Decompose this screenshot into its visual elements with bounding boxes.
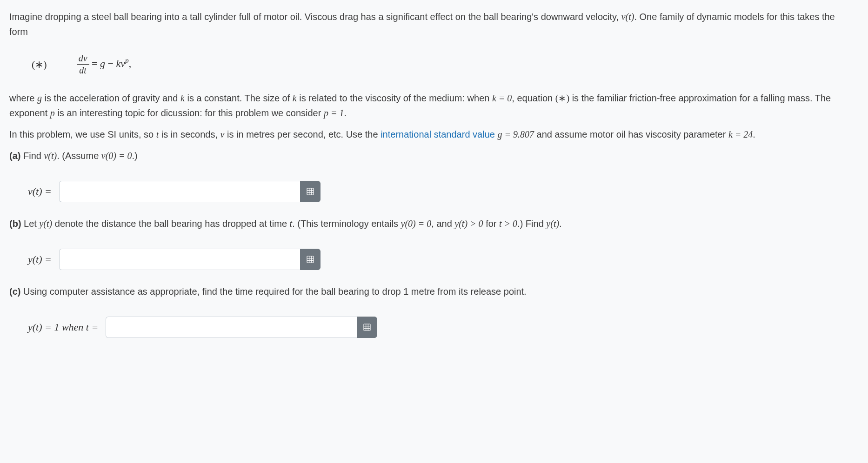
text: , and xyxy=(431,218,454,229)
y0-cond: y(0) = 0 xyxy=(401,218,432,229)
part-a-prompt: (a) Find v(t). (Assume v(0) = 0.) xyxy=(9,148,856,163)
text: and assume motor oil has viscosity param… xyxy=(534,129,728,139)
text: In this problem, we use SI units, so xyxy=(9,129,156,139)
fraction-dvdt: dv dt xyxy=(77,53,89,76)
p-eq-1: p = 1 xyxy=(324,108,344,118)
text: is an interesting topic for dicussion: f… xyxy=(55,108,324,118)
k-value: k = 24 xyxy=(728,129,753,139)
part-b-input-row: y(t) = xyxy=(9,238,856,284)
svg-rect-5 xyxy=(307,256,314,263)
part-c-lhs: y(t) = 1 when t = xyxy=(28,319,98,335)
p-exp: p xyxy=(125,56,129,64)
v-var: v xyxy=(120,58,125,69)
part-b-lhs: y(t) = xyxy=(28,251,52,267)
text: . xyxy=(753,129,755,139)
v0-cond: v(0) = 0 xyxy=(101,151,132,161)
keypad-icon xyxy=(307,256,314,263)
comma: , xyxy=(129,58,132,69)
keypad-icon xyxy=(363,324,371,331)
part-a-lhs: v(t) = xyxy=(28,183,52,199)
text: where xyxy=(9,93,37,103)
minus: − xyxy=(105,58,116,69)
text: .) Find xyxy=(517,218,546,229)
text: is in seconds, xyxy=(159,129,220,139)
svg-rect-10 xyxy=(364,324,370,331)
text: denote the distance the ball bearing has… xyxy=(52,218,289,229)
paragraph-2: where g is the acceleration of gravity a… xyxy=(9,91,856,120)
k-var: k xyxy=(116,58,120,69)
part-b-input[interactable] xyxy=(59,249,300,270)
g-var: g xyxy=(37,93,42,103)
text: for xyxy=(483,218,499,229)
text: . (This terminology entails xyxy=(292,218,401,229)
text: . xyxy=(559,218,562,229)
yt-equals: y(t) = xyxy=(28,253,52,265)
keypad-icon xyxy=(307,188,314,195)
p-var: p xyxy=(50,108,55,118)
yt-pos: y(t) > 0 xyxy=(454,218,483,229)
text: is related to the viscosity of the mediu… xyxy=(297,93,492,103)
part-c-label: (c) xyxy=(9,286,20,297)
part-b-label: (b) xyxy=(9,218,21,229)
intro-variable: v(t) xyxy=(621,12,634,22)
part-a-input-row: v(t) = xyxy=(9,170,856,216)
yt2: y(t) xyxy=(546,218,559,229)
part-b-prompt: (b) Let y(t) denote the distance the bal… xyxy=(9,216,856,231)
text: Using computer assistance as appropriate… xyxy=(20,286,526,297)
part-b-keypad-button[interactable] xyxy=(300,249,320,270)
problem-container: Imagine dropping a steel ball bearing in… xyxy=(9,9,856,352)
yt1-when-t: y(t) = 1 when t = xyxy=(28,321,98,333)
part-c-input-row: y(t) = 1 when t = xyxy=(9,305,856,352)
part-a-label: (a) xyxy=(9,151,20,161)
vt: v(t) xyxy=(44,151,57,161)
standard-value-link[interactable]: international standard value xyxy=(381,129,495,139)
k-var: k xyxy=(293,93,297,103)
text: . xyxy=(344,108,347,118)
equals: = xyxy=(89,58,100,69)
intro-text: Imagine dropping a steel ball bearing in… xyxy=(9,12,621,22)
text: .) xyxy=(132,151,138,161)
equation-star: (∗) dv dt = g − kvp, xyxy=(9,46,856,83)
part-c-keypad-button[interactable] xyxy=(357,317,377,338)
equation-body: dv dt = g − kvp, xyxy=(77,53,131,76)
text: . (Assume xyxy=(57,151,101,161)
part-c-input[interactable] xyxy=(106,317,357,338)
t-pos: t > 0 xyxy=(499,218,517,229)
text: Let xyxy=(21,218,40,229)
k-eq-0: k = 0 xyxy=(492,93,512,103)
vt-equals: v(t) = xyxy=(28,185,52,197)
equation-label: (∗) xyxy=(32,56,47,73)
text: , equation xyxy=(512,93,555,103)
text: is a constant. The size of xyxy=(185,93,293,103)
k-var: k xyxy=(180,93,185,103)
text: Find xyxy=(20,151,44,161)
text: is in metres per second, etc. Use the xyxy=(224,129,381,139)
part-a-keypad-button[interactable] xyxy=(300,181,320,202)
star-ref: (∗) xyxy=(555,93,569,103)
g-var: g xyxy=(100,58,105,69)
svg-rect-0 xyxy=(307,188,314,195)
part-a-input[interactable] xyxy=(59,181,300,202)
part-c-prompt: (c) Using computer assistance as appropr… xyxy=(9,284,856,299)
paragraph-3: In this problem, we use SI units, so t i… xyxy=(9,127,856,142)
text: is the acceleration of gravity and xyxy=(42,93,180,103)
fraction-numerator: dv xyxy=(77,53,89,65)
fraction-denominator: dt xyxy=(77,65,88,76)
g-value: g = 9.807 xyxy=(497,129,534,139)
intro-paragraph: Imagine dropping a steel ball bearing in… xyxy=(9,9,856,39)
yt: y(t) xyxy=(39,218,52,229)
